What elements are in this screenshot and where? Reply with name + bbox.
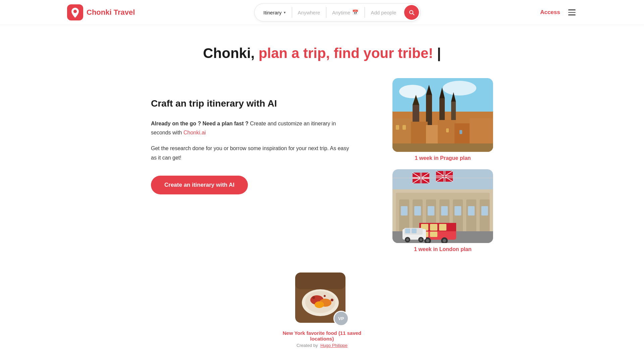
svg-rect-48 <box>466 199 476 233</box>
brand-link[interactable]: Chonki.ai <box>183 130 206 135</box>
svg-point-67 <box>426 239 429 242</box>
hero-cursor: | <box>437 45 441 61</box>
svg-point-85 <box>324 295 326 297</box>
hero-section: Chonki, plan a trip, find your tribe! | <box>0 25 644 71</box>
svg-rect-86 <box>295 273 345 289</box>
add-people-placeholder: Add people <box>371 10 396 15</box>
svg-rect-21 <box>402 125 406 130</box>
creator-prefix: Created by <box>297 343 318 348</box>
svg-point-84 <box>331 299 333 301</box>
itinerary-label: Itinerary <box>263 10 281 15</box>
desc1-emphasis: Already on the go ? Need a plan fast ? <box>151 121 249 126</box>
svg-point-75 <box>406 238 409 241</box>
add-people-segment[interactable]: Add people <box>365 4 402 21</box>
menu-line-3 <box>568 14 576 15</box>
collection-title: New York favorite food (11 saved locatio… <box>272 330 372 342</box>
section-title: Craft an trip itinerary with AI <box>151 98 352 109</box>
svg-rect-56 <box>481 206 488 216</box>
london-card[interactable]: 1 week in London plan <box>392 169 493 252</box>
logo-text: Chonki Travel <box>87 8 135 17</box>
svg-rect-22 <box>446 128 449 132</box>
anytime-segment[interactable]: Anytime 📅 <box>326 4 365 21</box>
svg-rect-61 <box>430 224 437 231</box>
section-desc-2: Get the research done for you or borrow … <box>151 144 352 162</box>
svg-rect-64 <box>430 232 437 237</box>
svg-rect-51 <box>414 206 421 216</box>
bottom-section: VP New York favorite food (11 saved loca… <box>0 266 644 361</box>
header: Chonki Travel Itinerary ▾ Anywhere Anyti… <box>0 0 644 25</box>
svg-point-82 <box>315 301 324 308</box>
right-nav: Access <box>540 8 577 17</box>
create-itinerary-button[interactable]: Create an itinerary with AI <box>151 176 248 194</box>
access-link[interactable]: Access <box>540 9 560 16</box>
svg-rect-55 <box>468 206 475 216</box>
search-icon <box>408 9 415 16</box>
hamburger-menu[interactable] <box>567 8 577 17</box>
prague-image <box>392 78 493 152</box>
right-section: 1 week in Prague plan <box>392 78 493 252</box>
svg-rect-54 <box>454 206 461 216</box>
itinerary-segment[interactable]: Itinerary ▾ <box>257 4 291 21</box>
logo-icon <box>67 4 83 20</box>
svg-rect-24 <box>392 143 493 152</box>
svg-point-68 <box>443 239 446 242</box>
svg-rect-52 <box>428 206 434 216</box>
main-content: Craft an trip itinerary with AI Already … <box>0 71 644 266</box>
anywhere-placeholder: Anywhere <box>298 10 320 15</box>
svg-rect-71 <box>405 229 410 233</box>
search-button[interactable] <box>404 5 419 20</box>
anywhere-segment[interactable]: Anywhere <box>292 4 326 21</box>
menu-line-1 <box>568 9 576 10</box>
svg-point-1 <box>73 10 77 13</box>
svg-rect-72 <box>412 229 417 233</box>
svg-rect-49 <box>480 199 490 233</box>
hero-title: Chonki, plan a trip, find your tribe! | <box>0 45 644 61</box>
hero-title-static: Chonki, <box>203 45 255 61</box>
svg-point-3 <box>399 85 426 98</box>
svg-rect-62 <box>439 224 446 231</box>
collection-img-wrapper: VP <box>295 273 349 326</box>
menu-line-2 <box>568 12 576 13</box>
svg-point-76 <box>420 238 422 241</box>
itinerary-dropdown-arrow: ▾ <box>284 10 286 15</box>
hero-title-colored: plan a trip, find your tribe! <box>259 45 433 61</box>
svg-rect-23 <box>460 130 462 134</box>
section-desc-1: Already on the go ? Need a plan fast ? C… <box>151 119 352 137</box>
svg-point-83 <box>312 296 315 299</box>
svg-rect-20 <box>396 125 399 130</box>
svg-point-4 <box>443 81 476 96</box>
avatar-initials: VP <box>338 316 344 321</box>
collection-card[interactable]: VP New York favorite food (11 saved loca… <box>272 273 372 348</box>
prague-card[interactable]: 1 week in Prague plan <box>392 78 493 161</box>
left-section: Craft an trip itinerary with AI Already … <box>151 78 352 252</box>
london-label: 1 week in London plan <box>392 246 493 252</box>
logo[interactable]: Chonki Travel <box>67 4 135 20</box>
london-image <box>392 169 493 243</box>
svg-rect-53 <box>441 206 448 216</box>
prague-label: 1 week in Prague plan <box>392 155 493 161</box>
anytime-placeholder: Anytime <box>332 10 350 15</box>
creator-avatar: VP <box>333 311 349 326</box>
search-bar: Itinerary ▾ Anywhere Anytime 📅 Add peopl… <box>254 3 421 21</box>
calendar-icon: 📅 <box>352 9 359 15</box>
creator-name-link[interactable]: Hugo Philippe <box>320 343 347 348</box>
svg-rect-50 <box>401 206 408 216</box>
collection-creator: Created by Hugo Philippe <box>272 343 372 348</box>
